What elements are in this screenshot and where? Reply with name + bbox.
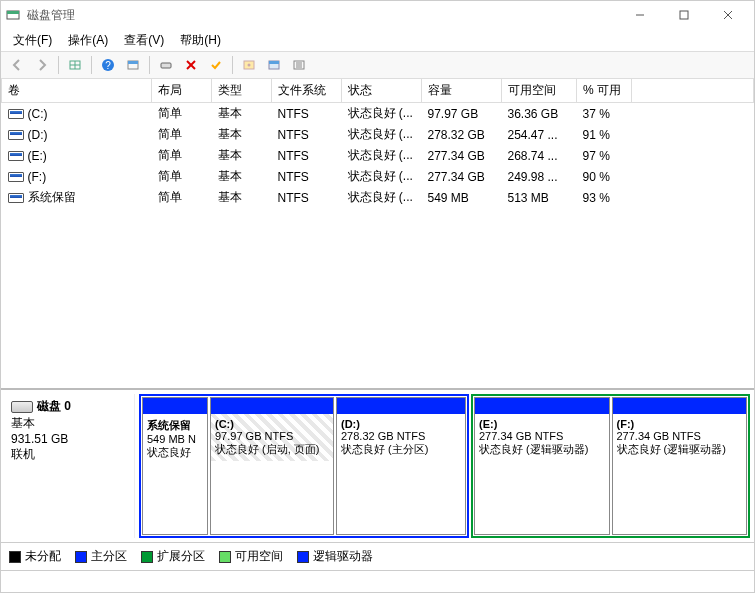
cell-free: 268.74 ... <box>502 145 577 166</box>
menu-action[interactable]: 操作(A) <box>62 30 114 51</box>
svg-rect-3 <box>680 11 688 19</box>
partition-f[interactable]: (F:) 277.34 GB NTFS 状态良好 (逻辑驱动器) <box>612 397 748 535</box>
swatch-black <box>9 551 21 563</box>
volume-name: (E:) <box>28 149 47 163</box>
partition-sysres[interactable]: 系统保留 549 MB N 状态良好 <box>142 397 208 535</box>
maximize-button[interactable] <box>662 1 706 29</box>
cell-type: 基本 <box>212 187 272 208</box>
toolbar-disk-icon[interactable] <box>262 54 286 76</box>
menu-help[interactable]: 帮助(H) <box>174 30 227 51</box>
col-type[interactable]: 类型 <box>212 79 272 103</box>
partition-status: 状态良好 (启动, 页面) <box>215 443 320 455</box>
legend-extended: 扩展分区 <box>141 548 205 565</box>
window-title: 磁盘管理 <box>27 7 75 24</box>
primary-partition-group: 系统保留 549 MB N 状态良好 (C:) 97.97 GB NTFS 状态… <box>139 394 469 538</box>
toolbar-list-icon[interactable] <box>287 54 311 76</box>
table-row[interactable]: (E:)简单基本NTFS状态良好 (...277.34 GB268.74 ...… <box>2 145 754 166</box>
delete-icon[interactable] <box>179 54 203 76</box>
legend-unalloc: 未分配 <box>9 548 61 565</box>
minimize-button[interactable] <box>618 1 662 29</box>
cell-type: 基本 <box>212 145 272 166</box>
partition-title: (D:) <box>341 418 360 430</box>
volume-icon <box>8 172 24 182</box>
toolbar-device-icon[interactable] <box>154 54 178 76</box>
disk-label: 磁盘 0 <box>37 399 71 413</box>
cell-status: 状态良好 (... <box>342 145 422 166</box>
disk-info[interactable]: 磁盘 0 基本 931.51 GB 联机 <box>5 394 135 538</box>
svg-rect-12 <box>128 61 138 64</box>
col-capacity[interactable]: 容量 <box>422 79 502 103</box>
swatch-darkgreen <box>141 551 153 563</box>
partition-title: (C:) <box>215 418 234 430</box>
table-row[interactable]: (C:)简单基本NTFS状态良好 (...97.97 GB36.36 GB37 … <box>2 103 754 125</box>
partition-status: 状态良好 <box>147 446 191 458</box>
disk-icon <box>11 401 33 413</box>
cell-capacity: 97.97 GB <box>422 103 502 125</box>
cell-layout: 简单 <box>152 145 212 166</box>
partition-title: (E:) <box>479 418 497 430</box>
svg-text:?: ? <box>105 60 111 71</box>
cell-fs: NTFS <box>272 103 342 125</box>
partition-header <box>143 398 207 414</box>
toolbar-key-icon[interactable] <box>237 54 261 76</box>
disk-row: 磁盘 0 基本 931.51 GB 联机 系统保留 549 MB N 状态良好 <box>1 390 754 542</box>
cell-fs: NTFS <box>272 187 342 208</box>
volume-icon <box>8 151 24 161</box>
partition-size: 277.34 GB NTFS <box>479 430 563 442</box>
table-row[interactable]: 系统保留简单基本NTFS状态良好 (...549 MB513 MB93 % <box>2 187 754 208</box>
col-volume[interactable]: 卷 <box>2 79 152 103</box>
cell-fs: NTFS <box>272 166 342 187</box>
help-icon[interactable]: ? <box>96 54 120 76</box>
cell-capacity: 549 MB <box>422 187 502 208</box>
svg-point-17 <box>248 64 251 67</box>
legend-primary: 主分区 <box>75 548 127 565</box>
check-icon[interactable] <box>204 54 228 76</box>
svg-rect-13 <box>161 63 171 68</box>
col-spacer[interactable] <box>632 79 754 103</box>
partition-c[interactable]: (C:) 97.97 GB NTFS 状态良好 (启动, 页面) <box>210 397 334 535</box>
svg-rect-19 <box>269 61 279 64</box>
close-button[interactable] <box>706 1 750 29</box>
col-status[interactable]: 状态 <box>342 79 422 103</box>
partition-status: 状态良好 (逻辑驱动器) <box>617 443 726 455</box>
menu-file[interactable]: 文件(F) <box>7 30 58 51</box>
disk-status: 联机 <box>11 446 128 463</box>
partition-title: (F:) <box>617 418 635 430</box>
toolbar-grid-icon[interactable] <box>63 54 87 76</box>
col-layout[interactable]: 布局 <box>152 79 212 103</box>
app-icon <box>5 7 21 23</box>
svg-rect-1 <box>7 11 19 14</box>
cell-pct: 90 % <box>577 166 632 187</box>
partition-d[interactable]: (D:) 278.32 GB NTFS 状态良好 (主分区) <box>336 397 466 535</box>
cell-pct: 97 % <box>577 145 632 166</box>
volume-name: 系统保留 <box>28 190 76 204</box>
partitions-container: 系统保留 549 MB N 状态良好 (C:) 97.97 GB NTFS 状态… <box>139 394 750 538</box>
partition-e[interactable]: (E:) 277.34 GB NTFS 状态良好 (逻辑驱动器) <box>474 397 610 535</box>
partition-title: 系统保留 <box>147 419 191 431</box>
partition-size: 277.34 GB NTFS <box>617 430 701 442</box>
cell-layout: 简单 <box>152 187 212 208</box>
col-free[interactable]: 可用空间 <box>502 79 577 103</box>
forward-button[interactable] <box>30 54 54 76</box>
menu-view[interactable]: 查看(V) <box>118 30 170 51</box>
back-button[interactable] <box>5 54 29 76</box>
col-fs[interactable]: 文件系统 <box>272 79 342 103</box>
cell-pct: 91 % <box>577 124 632 145</box>
cell-fs: NTFS <box>272 124 342 145</box>
table-row[interactable]: (D:)简单基本NTFS状态良好 (...278.32 GB254.47 ...… <box>2 124 754 145</box>
partition-status: 状态良好 (逻辑驱动器) <box>479 443 588 455</box>
swatch-blue2 <box>297 551 309 563</box>
col-pct[interactable]: % 可用 <box>577 79 632 103</box>
partition-header <box>211 398 333 414</box>
partition-size: 278.32 GB NTFS <box>341 430 425 442</box>
swatch-lightgreen <box>219 551 231 563</box>
disk-size: 931.51 GB <box>11 432 128 446</box>
cell-layout: 简单 <box>152 103 212 125</box>
volume-table: 卷 布局 类型 文件系统 状态 容量 可用空间 % 可用 (C:)简单基本NTF… <box>1 79 754 208</box>
toolbar-view-icon[interactable] <box>121 54 145 76</box>
cell-free: 254.47 ... <box>502 124 577 145</box>
table-row[interactable]: (F:)简单基本NTFS状态良好 (...277.34 GB249.98 ...… <box>2 166 754 187</box>
partition-status: 状态良好 (主分区) <box>341 443 428 455</box>
toolbar: ? <box>1 51 754 79</box>
cell-capacity: 277.34 GB <box>422 166 502 187</box>
